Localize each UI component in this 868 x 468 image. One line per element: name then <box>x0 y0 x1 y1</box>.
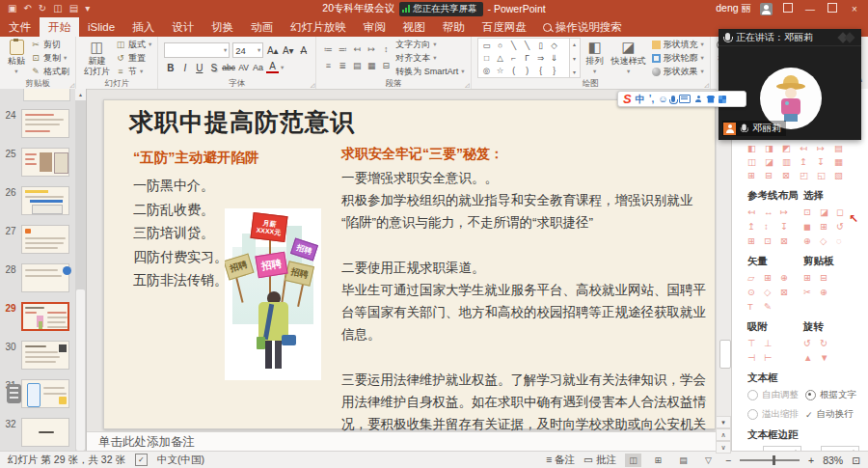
font-size-combo[interactable]: 24▾ <box>232 42 263 58</box>
tab-animations[interactable]: 动画 <box>242 17 282 37</box>
italic-button[interactable]: I <box>178 63 191 73</box>
tool-icon[interactable]: ↻ <box>820 338 836 349</box>
format-painter-button[interactable]: ✎格式刷 <box>31 66 69 77</box>
tool-icon[interactable]: ↥ <box>800 156 817 168</box>
tool-icon[interactable]: ⊙ <box>747 287 764 298</box>
paragraph-dialog-launcher-icon[interactable]: ◿ <box>465 82 470 88</box>
shape-item[interactable]: ) <box>521 65 534 76</box>
new-slide-button[interactable]: ◫ 新建 幻灯片 <box>82 40 112 76</box>
tool-icon[interactable]: ◼ <box>803 221 820 233</box>
smartart-button[interactable]: 转换为 SmartArt▾ <box>395 66 464 77</box>
thumbnail-slide-26[interactable]: 26 <box>0 186 86 215</box>
tool-icon[interactable]: ▤ <box>834 143 852 154</box>
emoji-icon[interactable]: ☺ <box>658 92 667 106</box>
tab-home[interactable]: 开始 <box>40 17 79 37</box>
tool-icon[interactable]: T <box>747 301 764 313</box>
account-name[interactable]: deng 丽 <box>716 2 751 15</box>
zoom-in-button[interactable]: + <box>808 454 814 466</box>
paragraph-icon[interactable]: ↤ <box>351 44 363 55</box>
thumbnail-scroll-thumb[interactable] <box>76 289 85 451</box>
tab-transitions[interactable]: 切换 <box>203 17 242 37</box>
cut-button[interactable]: ✂剪切 <box>31 39 69 50</box>
tool-icon[interactable]: ⊠ <box>782 170 800 181</box>
shape-item[interactable]: ⇓ <box>548 52 561 64</box>
fit-to-window-icon[interactable]: ⊡ <box>852 454 860 466</box>
drawing-dialog-launcher-icon[interactable]: ◿ <box>704 82 709 88</box>
overflow-shrink-radio[interactable]: 溢出缩排 <box>747 408 801 421</box>
tool-icon[interactable]: ▥ <box>782 156 800 168</box>
shape-item[interactable]: ◇ <box>548 40 561 51</box>
tool-icon[interactable]: ▦ <box>834 156 852 168</box>
restore-button[interactable] <box>826 3 839 14</box>
slide-canvas[interactable]: 求职中提高防范意识 “五防”主动避开陷阱 一防黑中介。二防乱收费。三防培训贷。四… <box>103 99 716 429</box>
save-icon[interactable]: ▣ <box>8 0 16 17</box>
thumbnail-slide-31[interactable]: 31 <box>0 379 86 408</box>
thumbnail-slide-25[interactable]: 25 <box>0 148 86 177</box>
slide-title[interactable]: 求职中提高防范意识 <box>129 106 355 138</box>
slide-scrollbar[interactable] <box>716 89 731 431</box>
toolbox-grid-icon[interactable] <box>719 96 726 103</box>
tab-review[interactable]: 审阅 <box>355 17 394 37</box>
close-button[interactable]: × <box>848 4 861 14</box>
shape-item[interactable]: ╲ <box>507 40 521 51</box>
notes-pane[interactable]: 单击此处添加备注 <box>87 431 716 451</box>
thumbnail-scroll-up-icon[interactable]: ▴ <box>75 89 86 100</box>
tool-icon[interactable]: ⊕ <box>780 272 797 284</box>
tool-icon[interactable]: ⊞ <box>747 235 764 247</box>
tool-icon[interactable]: ⊞ <box>764 272 780 284</box>
thumbnail-slide-28[interactable]: 28 <box>0 263 86 292</box>
quick-styles-button[interactable]: ◪ 快速样式 ▾ <box>610 40 648 76</box>
tab-islide[interactable]: iSlide <box>79 17 123 37</box>
tool-icon[interactable]: ↥ <box>747 221 764 233</box>
arrange-button[interactable]: ◧ 排列 ▾ <box>584 40 606 76</box>
tool-icon[interactable]: ◇ <box>764 287 780 298</box>
tool-icon[interactable]: ⊞ <box>803 272 820 284</box>
text-direction-button[interactable]: 文字方向▾ <box>395 39 464 50</box>
paragraph-icon[interactable]: ≕ <box>337 44 348 55</box>
tool-icon[interactable]: ◪ <box>820 206 836 218</box>
reading-view-button[interactable]: ▤ <box>675 454 692 467</box>
shape-item[interactable]: ▭ <box>480 40 494 51</box>
tool-icon[interactable]: ◫ <box>747 156 765 168</box>
layout-button[interactable]: ◫版式▾ <box>116 39 151 50</box>
slide-sorter-view-button[interactable]: ⊞ <box>650 454 666 467</box>
tool-icon[interactable]: ⊥ <box>764 338 780 349</box>
tool-icon[interactable]: ↺ <box>803 338 820 349</box>
sogou-logo-icon[interactable]: S <box>623 92 632 106</box>
tab-help[interactable]: 帮助 <box>434 17 474 37</box>
tool-icon[interactable]: ⊞ <box>747 170 765 181</box>
punctuation-icon[interactable]: ’, <box>649 92 655 106</box>
tool-icon[interactable]: ◩ <box>782 143 800 154</box>
section-button[interactable]: ≡节▾ <box>116 66 151 77</box>
tool-icon[interactable]: ⊞ <box>820 221 836 233</box>
paragraph-icon[interactable]: ↦ <box>366 44 377 55</box>
scroll-down-button[interactable]: ▾ <box>716 416 731 428</box>
tool-icon[interactable]: ▼ <box>820 352 836 364</box>
tell-me-search[interactable]: 操作说明搜索 <box>535 17 630 37</box>
by-text-radio[interactable]: 根据文字 <box>805 389 859 401</box>
spellcheck-icon[interactable]: ✓ <box>135 454 148 466</box>
tool-icon[interactable]: ◌ <box>836 235 853 247</box>
paragraph-icon[interactable]: ▦ <box>366 61 377 71</box>
tool-icon[interactable]: ⊕ <box>820 287 836 298</box>
character-spacing-button[interactable]: AV <box>237 63 250 72</box>
grow-font-button[interactable]: A▴ <box>266 45 279 56</box>
qat-dropdown-icon[interactable]: ▾ <box>85 0 90 17</box>
zoom-slider[interactable] <box>740 459 800 461</box>
font-dialog-launcher-icon[interactable]: ◿ <box>311 82 315 88</box>
tool-icon[interactable]: ⊟ <box>765 170 782 181</box>
shrink-font-button[interactable]: A▾ <box>282 45 294 56</box>
word-wrap-checkbox[interactable]: ✓自动换行 <box>805 408 859 421</box>
notes-toggle[interactable]: ≡ 备注 <box>546 454 575 467</box>
text-shadow-button[interactable]: S <box>207 63 220 73</box>
minimize-button[interactable]: — <box>803 4 817 14</box>
tool-icon[interactable]: ⊕ <box>803 235 820 247</box>
tab-insert[interactable]: 插入 <box>123 17 163 37</box>
tab-view[interactable]: 视图 <box>394 17 434 37</box>
shape-fill-button[interactable]: 形状填充▾ <box>652 39 704 50</box>
shape-item[interactable]: □ <box>480 52 494 64</box>
shapes-gallery-scroll[interactable]: ▴ ▾ ▾ <box>570 38 581 78</box>
job-fair-cartoon-image[interactable]: 月薪XXXX元 招聘 招聘 招聘 招聘 <box>225 208 321 380</box>
thumbnail-slide-30[interactable]: 30 <box>0 341 86 370</box>
next-slide-button[interactable]: ∨ <box>716 441 731 454</box>
